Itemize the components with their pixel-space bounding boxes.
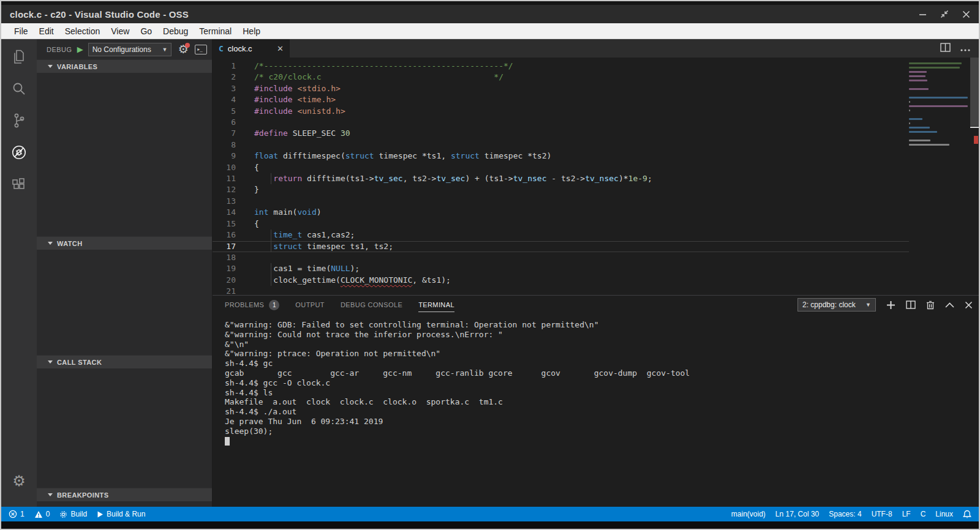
tab-close-icon[interactable]: ✕ <box>277 44 284 53</box>
section-collapse-icon <box>48 493 53 496</box>
section-title: BREAKPOINTS <box>57 491 108 499</box>
code-editor[interactable]: 1/*-------------------------------------… <box>213 58 979 295</box>
menu-item-go[interactable]: Go <box>135 26 157 36</box>
menu-item-help[interactable]: Help <box>237 26 266 36</box>
status-lf[interactable]: LF <box>902 510 911 518</box>
menu-item-view[interactable]: View <box>105 26 135 36</box>
code-line[interactable]: 17 struct timespec ts1, ts2; <box>213 241 909 252</box>
code-line[interactable]: 4#include <time.h> <box>213 94 909 105</box>
scrollbar-slider[interactable] <box>970 58 979 126</box>
debug-icon[interactable] <box>11 144 27 160</box>
debug-sidebar: DEBUG ▶ No Configurations ▼ ⚙ ▸_ VARIABL… <box>37 39 213 507</box>
line-number: 16 <box>213 230 249 241</box>
debug-toolbar: DEBUG ▶ No Configurations ▼ ⚙ ▸_ <box>37 39 212 59</box>
status-0[interactable]: 0 <box>34 510 50 518</box>
menu-item-debug[interactable]: Debug <box>157 26 194 36</box>
line-content: #include <unistd.h> <box>249 106 909 117</box>
status-utf-8[interactable]: UTF-8 <box>872 510 892 518</box>
bell-icon[interactable] <box>963 510 971 519</box>
debug-configuration-select[interactable]: No Configurations ▼ <box>88 43 172 56</box>
line-number: 8 <box>213 140 249 151</box>
terminal-output[interactable]: &"warning: GDB: Failed to set controllin… <box>213 314 979 507</box>
minimize-icon[interactable] <box>919 10 927 18</box>
panel-tab-label: DEBUG CONSOLE <box>341 301 402 308</box>
split-editor-icon[interactable] <box>940 43 951 54</box>
problems-badge: 1 <box>269 300 279 310</box>
restore-icon[interactable] <box>940 10 949 18</box>
code-line[interactable]: 2/* c20/clock.c */ <box>213 72 909 83</box>
section-collapse-icon <box>48 65 53 68</box>
debug-console-icon[interactable]: ▸_ <box>195 45 207 54</box>
status-build[interactable]: Build <box>59 510 87 518</box>
code-line[interactable]: 14int main(void) <box>213 207 909 218</box>
line-number: 17 <box>213 241 249 252</box>
menu-item-edit[interactable]: Edit <box>34 26 59 36</box>
play-icon <box>97 510 104 518</box>
section-header-variables[interactable]: VARIABLES <box>37 59 212 73</box>
status-1[interactable]: 1 <box>9 510 24 518</box>
code-line[interactable]: 15{ <box>213 218 909 230</box>
code-line[interactable]: 10{ <box>213 162 909 173</box>
new-terminal-icon[interactable] <box>886 300 895 310</box>
split-terminal-icon[interactable] <box>906 300 916 309</box>
more-actions-icon[interactable] <box>960 43 970 54</box>
code-line[interactable]: 8 <box>213 140 909 151</box>
line-content <box>249 117 909 128</box>
line-number: 1 <box>213 61 249 72</box>
status-linux[interactable]: Linux <box>935 510 953 518</box>
minimap-line <box>909 62 962 64</box>
line-number: 15 <box>213 218 249 230</box>
configure-gear-icon[interactable]: ⚙ <box>176 43 190 56</box>
source-control-icon[interactable] <box>11 113 27 129</box>
code-line[interactable]: 7#define SLEEP_SEC 30 <box>213 128 909 139</box>
minimap-line <box>909 75 925 77</box>
start-debug-icon[interactable]: ▶ <box>77 45 83 53</box>
manage-gear-icon[interactable]: ⚙ <box>12 474 26 488</box>
status-main-void-[interactable]: main(void) <box>731 510 766 518</box>
maximize-panel-icon[interactable] <box>945 302 954 308</box>
terminal-instance-select[interactable]: 2: cppdbg: clock ▼ <box>797 298 876 312</box>
status-build-run[interactable]: Build & Run <box>97 510 145 518</box>
status-spaces-4[interactable]: Spaces: 4 <box>829 510 861 518</box>
status-c[interactable]: C <box>921 510 926 518</box>
explorer-icon[interactable] <box>11 49 27 65</box>
code-line[interactable]: 1/*-------------------------------------… <box>213 61 909 72</box>
code-line[interactable]: 9float difftimespec(struct timespec *ts1… <box>213 151 909 162</box>
menu-item-file[interactable]: File <box>9 26 34 36</box>
close-panel-icon[interactable] <box>965 301 973 309</box>
minimap[interactable] <box>909 62 969 152</box>
editor-scrollbar[interactable] <box>970 58 979 295</box>
terminal-line: Je prave Thu Jun 6 09:23:41 2019 <box>225 417 979 427</box>
code-line[interactable]: 3#include <stdio.h> <box>213 83 909 94</box>
panel-tab-terminal[interactable]: TERMINAL <box>418 296 454 314</box>
extensions-icon[interactable] <box>11 176 27 192</box>
close-icon[interactable] <box>962 10 970 18</box>
section-header-call-stack[interactable]: CALL STACK <box>37 355 212 368</box>
tab-clock-c[interactable]: C clock.c ✕ <box>213 39 290 58</box>
panel-tab-problems[interactable]: PROBLEMS1 <box>225 296 279 314</box>
section-header-breakpoints[interactable]: BREAKPOINTS <box>37 488 212 501</box>
indent-guide <box>271 230 271 241</box>
indent-guide <box>271 173 271 184</box>
code-line[interactable]: 5#include <unistd.h> <box>213 106 909 117</box>
code-line[interactable]: 11 return difftime(ts1->tv_sec, ts2->tv_… <box>213 173 909 184</box>
search-icon[interactable] <box>11 81 27 97</box>
status-bar: 10BuildBuild & Run main(void)Ln 17, Col … <box>1 507 979 521</box>
code-line[interactable]: 21 <box>213 286 909 295</box>
line-number: 18 <box>213 252 249 263</box>
code-line[interactable]: 13 <box>213 196 909 207</box>
code-line[interactable]: 16 time_t cas1,cas2; <box>213 230 909 241</box>
code-line[interactable]: 19 cas1 = time(NULL); <box>213 263 909 274</box>
status-ln-17-col-30[interactable]: Ln 17, Col 30 <box>775 510 819 518</box>
line-content: time_t cas1,cas2; <box>249 230 909 241</box>
menu-item-terminal[interactable]: Terminal <box>194 26 237 36</box>
panel-tab-output[interactable]: OUTPUT <box>295 296 325 314</box>
code-line[interactable]: 6 <box>213 117 909 128</box>
kill-terminal-trash-icon[interactable] <box>926 300 935 310</box>
section-header-watch[interactable]: WATCH <box>37 236 212 250</box>
code-line[interactable]: 18 <box>213 252 909 263</box>
code-line[interactable]: 20 clock_gettime(CLOCK_MONOTONIC, &ts1); <box>213 275 909 286</box>
menu-item-selection[interactable]: Selection <box>59 26 106 36</box>
code-line[interactable]: 12} <box>213 184 909 195</box>
panel-tab-debug-console[interactable]: DEBUG CONSOLE <box>341 296 402 314</box>
